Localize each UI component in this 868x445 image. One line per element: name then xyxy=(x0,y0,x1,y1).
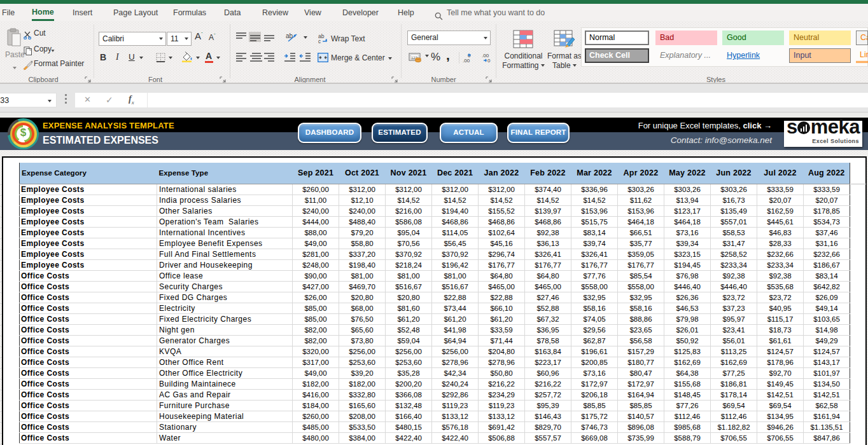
svg-text:0: 0 xyxy=(487,58,491,63)
svg-text:.00: .00 xyxy=(463,58,470,63)
